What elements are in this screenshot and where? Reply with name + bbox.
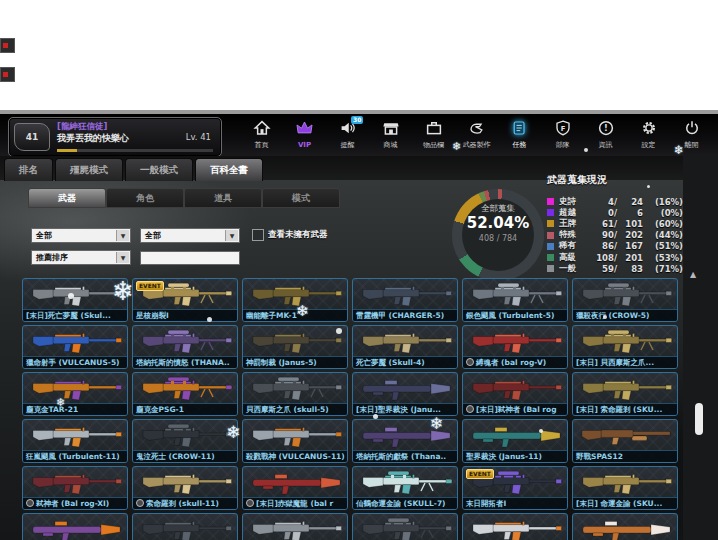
nav-item-物品欄[interactable]: 物品欄 — [412, 116, 455, 154]
weapon-card[interactable]: 塔納托斯的獻祭 (Thana.. — [352, 419, 458, 463]
level-badge: 41 — [14, 123, 50, 151]
weapon-image — [245, 327, 345, 356]
player-nickname: 我弄丟我的快樂心 — [57, 132, 129, 145]
weapon-card[interactable]: [末日]赤獄魔龍 (bal r — [242, 466, 348, 510]
weapon-image — [25, 374, 125, 403]
weapon-card[interactable] — [572, 513, 678, 540]
percent: (16%) — [643, 197, 683, 207]
weapon-card[interactable]: 索命羅剎 (skull-11) — [132, 466, 238, 510]
weapon-card[interactable] — [22, 513, 128, 540]
weapon-card[interactable]: 聖界裁決 (Janus-11) — [462, 419, 568, 463]
weapon-card[interactable]: 縛魂者 (bal rog-V) — [462, 325, 568, 369]
subtab-武器[interactable]: 武器 — [28, 188, 106, 208]
unowned-checkbox[interactable] — [252, 229, 264, 241]
weapon-card[interactable]: 獵殺夜行 (CROW-5) — [572, 278, 678, 322]
desktop-icon[interactable] — [0, 67, 15, 82]
nav-item-提醒[interactable]: 提醒30 — [326, 116, 369, 154]
scrollbar-thumb[interactable] — [695, 403, 703, 435]
weapon-name: 狂嵐颶風 (Turbulent-11) — [23, 450, 127, 462]
weapon-card[interactable]: EVENT末日開拓者I — [462, 466, 568, 510]
total-count: 6 — [617, 208, 643, 218]
nav-item-label: 離開 — [670, 141, 713, 150]
weapon-card[interactable]: 塔納托斯的憤怒 (THANA.. — [132, 325, 238, 369]
weapon-name: [末日]死亡夢魘 (Skul... — [23, 309, 127, 321]
weapon-card[interactable]: 殺戮戰神 (VULCANUS-11) — [242, 419, 348, 463]
weapon-card[interactable]: 死亡夢魘 (Skull-4) — [352, 325, 458, 369]
tab-一般模式[interactable]: 一般模式 — [125, 158, 193, 181]
svg-text:!: ! — [604, 123, 608, 133]
percent: (71%) — [643, 264, 683, 274]
unowned-filter[interactable]: 查看未擁有武器 — [252, 229, 328, 241]
weapon-card[interactable]: 弒神者 (Bal rog-XI) — [22, 466, 128, 510]
weapon-card[interactable]: [末日]聖界裁決 (Janu... — [352, 372, 458, 416]
weapon-image — [355, 421, 455, 450]
tab-排名[interactable]: 排名 — [4, 158, 53, 181]
subtab-模式[interactable]: 模式 — [262, 188, 340, 208]
weapon-card[interactable] — [462, 513, 568, 540]
weapon-card[interactable]: 獵命射手 (VULCANUS-5) — [22, 325, 128, 369]
weapon-name: [末日] 貝西摩斯之爪... — [573, 356, 677, 368]
category-name: 超越 — [559, 207, 593, 219]
top-navbar: 41 [龍紳狂信徒] 我弄丟我的快樂心 Lv. 41 首頁 VIP 提醒30 商… — [0, 114, 718, 156]
desktop-icon[interactable] — [0, 38, 15, 53]
weapon-card[interactable]: 貝西摩斯之爪 (skull-5) — [242, 372, 348, 416]
tab-百科全書[interactable]: 百科全書 — [195, 158, 263, 181]
weapon-card[interactable]: 幽能離子MK-1 — [242, 278, 348, 322]
weapon-card[interactable]: [末日]死亡夢魘 (Skul... — [22, 278, 128, 322]
scroll-up-arrow[interactable]: ▲ — [690, 270, 696, 279]
total-count: 83 — [617, 264, 643, 274]
nav-item-武器製作[interactable]: 武器製作 — [455, 116, 498, 154]
weapon-card[interactable] — [352, 513, 458, 540]
weapon-card[interactable]: [末日] 貝西摩斯之爪... — [572, 325, 678, 369]
legend-row-一般: 一般 59/ 83 (71%) — [547, 263, 683, 274]
weapon-card[interactable]: 龐克金PSG-1 — [132, 372, 238, 416]
category-dropdown[interactable]: 全部▼ — [31, 228, 131, 243]
nav-item-部隊[interactable]: F 部隊 — [541, 116, 584, 154]
weapon-card[interactable]: [末日] 命運金諭 (SKU... — [572, 466, 678, 510]
nav-item-商城[interactable]: 商城 — [369, 116, 412, 154]
weapon-card[interactable]: 神罰制裁 (Janus-5) — [242, 325, 348, 369]
weapon-card[interactable]: 野戰SPAS12 — [572, 419, 678, 463]
nav-item-設定[interactable]: 設定 — [627, 116, 670, 154]
player-plate[interactable]: 41 [龍紳狂信徒] 我弄丟我的快樂心 Lv. 41 — [8, 117, 222, 157]
weapon-card[interactable]: EVENT星核崩裂I — [132, 278, 238, 322]
nav-item-首頁[interactable]: 首頁 — [240, 116, 283, 154]
tab-殭屍模式[interactable]: 殭屍模式 — [55, 158, 123, 181]
weapon-card[interactable] — [132, 513, 238, 540]
weapon-card[interactable]: 雷霆機甲 (CHARGER-5) — [352, 278, 458, 322]
weapon-card[interactable] — [242, 513, 348, 540]
nav-item-label: 部隊 — [541, 141, 584, 150]
donut-center-count: 408 / 784 — [452, 234, 544, 243]
nav-item-離開[interactable]: 離開 — [670, 116, 713, 154]
weapon-image — [465, 327, 565, 356]
nav-item-任務[interactable]: 任務 — [498, 116, 541, 154]
type-dropdown[interactable]: 全部▼ — [140, 228, 240, 243]
grade-circle-icon — [466, 358, 474, 366]
scrollbar-track[interactable] — [683, 156, 718, 540]
legend-row-超越: 超越 0/ 6 (0%) — [547, 207, 683, 218]
search-input[interactable] — [140, 251, 240, 265]
owned-count: 61/ — [593, 219, 617, 229]
weapon-card[interactable]: 鬼泣死士 (CROW-11) — [132, 419, 238, 463]
percent: (51%) — [643, 241, 683, 251]
weapon-card[interactable]: 仙鶴命運金諭 (SKULL-7) — [352, 466, 458, 510]
weapon-name: 索命羅剎 (skull-11) — [133, 497, 237, 509]
event-badge: EVENT — [136, 281, 164, 291]
weapon-image — [355, 280, 455, 309]
weapon-name: 鬼泣死士 (CROW-11) — [133, 450, 237, 462]
percent: (60%) — [643, 219, 683, 229]
nav-item-VIP[interactable]: VIP — [283, 116, 326, 154]
weapon-name: 殺戮戰神 (VULCANUS-11) — [243, 450, 347, 462]
weapon-image — [575, 374, 675, 403]
subtab-角色[interactable]: 角色 — [106, 188, 184, 208]
weapon-card[interactable]: 龐克金TAR-21 — [22, 372, 128, 416]
owned-count: 86/ — [593, 241, 617, 251]
weapon-card[interactable]: [末日] 索命羅剎 (SKU... — [572, 372, 678, 416]
subtab-道具[interactable]: 道具 — [184, 188, 262, 208]
nav-item-資訊[interactable]: ! 資訊 — [584, 116, 627, 154]
weapon-card[interactable]: [末日]弒神者 (Bal rog — [462, 372, 568, 416]
briefcase-icon — [412, 119, 455, 141]
weapon-card[interactable]: 狂嵐颶風 (Turbulent-11) — [22, 419, 128, 463]
sort-dropdown[interactable]: 推薦排序▼ — [31, 250, 131, 265]
weapon-card[interactable]: 銀色颶風 (Turbulent-5) — [462, 278, 568, 322]
